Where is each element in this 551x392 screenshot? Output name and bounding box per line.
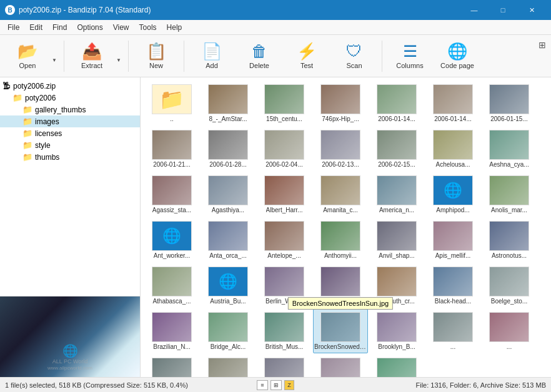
toolbar-scan-button[interactable]: 🛡Scan: [332, 38, 377, 74]
file-content-area[interactable]: 📁..8_-_AmStar...15th_centu...746px-Hip_.…: [141, 77, 551, 377]
file-item[interactable]: 8_-_AmStar...: [201, 81, 256, 125]
toolbar-grid-icon[interactable]: ⊞: [539, 40, 546, 50]
file-item[interactable]: ...: [257, 355, 312, 377]
file-item[interactable]: Anolis_mar...: [482, 172, 537, 217]
file-item[interactable]: Agassiz_sta...: [144, 172, 199, 217]
file-item[interactable]: 🌐Ant_worker...: [144, 218, 199, 262]
file-item[interactable]: ...: [313, 355, 368, 377]
toolbar-extract-button[interactable]: 📤Extract: [69, 38, 114, 74]
file-thumbnail: [489, 312, 529, 342]
file-thumbnail: [264, 312, 304, 342]
tree-item-thumbs[interactable]: 📁thumbs: [0, 151, 140, 163]
tree-item-style[interactable]: 📁style: [0, 139, 140, 151]
file-item[interactable]: Aeshna_cya...: [482, 127, 537, 171]
file-item[interactable]: Berlin_Worl...: [257, 263, 312, 308]
file-item[interactable]: Antelope_...: [257, 218, 312, 262]
file-item[interactable]: Boelge_sto...: [482, 263, 537, 308]
close-button[interactable]: ✕: [517, 0, 546, 20]
file-item[interactable]: 15th_centu...: [257, 81, 312, 125]
file-name: Agassiz_sta...: [152, 207, 191, 213]
file-item[interactable]: 2006-01-14...: [425, 81, 480, 125]
toolbar-new-button[interactable]: 📋New: [134, 38, 179, 74]
menu-item-view[interactable]: View: [108, 22, 134, 33]
tree-item-images[interactable]: 📁images: [0, 115, 140, 127]
file-item[interactable]: Achelоusa...: [425, 127, 480, 171]
status-icon-grid[interactable]: ⊞: [271, 380, 282, 390]
file-item[interactable]: Athabasca_...: [144, 263, 199, 308]
file-item[interactable]: 2006-02-15...: [369, 127, 424, 171]
file-item[interactable]: Anta_orca_...: [201, 218, 256, 262]
tree-item-poty2006[interactable]: 📁poty2006: [0, 92, 140, 104]
toolbar-codepage-button[interactable]: 🌐Code page: [435, 38, 480, 74]
toolbar-open-button[interactable]: 📂Open: [5, 38, 50, 74]
file-thumbnail: 🌐: [152, 221, 192, 251]
file-name: 2006-01-15...: [490, 115, 528, 122]
toolbar-open-group: 📂Open▼: [5, 38, 59, 74]
file-thumbnail: 🌐: [433, 175, 473, 205]
toolbar-columns-button[interactable]: ☰Columns: [387, 38, 432, 74]
file-item[interactable]: Bill_Thom...: [313, 263, 368, 308]
file-item[interactable]: ...: [144, 355, 199, 377]
file-item[interactable]: Albert_Harr...: [257, 172, 312, 217]
file-item[interactable]: ...: [201, 355, 256, 377]
file-item[interactable]: Agasthiya...: [201, 172, 256, 217]
tree-item-licenses[interactable]: 📁licenses: [0, 127, 140, 139]
file-item[interactable]: Black-head...: [425, 263, 480, 308]
extract-dropdown-arrow[interactable]: ▼: [114, 38, 123, 74]
file-item[interactable]: BrockenSnowedTreesInSun.jpgBrockenSnowed…: [313, 309, 368, 353]
toolbar: ⊞📂Open▼📤Extract▼📋New📄Add🗑Delete⚡Test🛡Sca…: [0, 35, 551, 77]
file-thumbnail: 🌐: [208, 267, 248, 296]
menu-item-edit[interactable]: Edit: [24, 22, 47, 33]
menu-item-options[interactable]: Options: [72, 22, 107, 33]
file-name: Amphipod...: [436, 207, 469, 213]
toolbar-test-button[interactable]: ⚡Test: [284, 38, 329, 74]
file-thumbnail: [320, 312, 360, 342]
file-item[interactable]: Apis_mellif...: [425, 218, 480, 262]
toolbar-add-button[interactable]: 📄Add: [189, 38, 234, 74]
file-item[interactable]: Astronotus...: [482, 218, 537, 262]
maximize-button[interactable]: □: [489, 0, 517, 20]
file-thumbnail: [152, 312, 192, 342]
file-name: Brazilian_N...: [153, 343, 190, 350]
file-item[interactable]: Brooklyn_B...: [369, 309, 424, 353]
file-item[interactable]: ...: [482, 309, 537, 353]
menu-item-file[interactable]: File: [2, 22, 24, 33]
file-item[interactable]: Brazilian_N...: [144, 309, 199, 353]
file-item[interactable]: 🌐Austria_Bu...: [201, 263, 256, 308]
file-item[interactable]: Anthomyii...: [313, 218, 368, 262]
file-item[interactable]: British_Mus...: [257, 309, 312, 353]
file-item[interactable]: 📁..: [144, 81, 199, 125]
file-item[interactable]: 2006-02-04...: [257, 127, 312, 171]
tree-item-zip-root[interactable]: 🗜poty2006.zip: [0, 80, 140, 92]
file-thumbnail: [489, 221, 529, 251]
tree-label-thumbs: thumbs: [35, 153, 59, 162]
menu-item-tools[interactable]: Tools: [134, 22, 162, 33]
file-item[interactable]: 2006-01-21...: [144, 127, 199, 171]
file-thumbnail: [377, 175, 417, 205]
tree-item-gallery_thumbs[interactable]: 📁gallery_thumbs: [0, 104, 140, 115]
toolbar-delete-button[interactable]: 🗑Delete: [237, 38, 282, 74]
file-item[interactable]: 2006-01-15...: [482, 81, 537, 125]
file-thumbnail: [433, 312, 473, 342]
file-name: Anolis_mar...: [491, 207, 527, 213]
file-item[interactable]: America_n...: [369, 172, 424, 217]
file-thumbnail: [208, 312, 248, 342]
file-item[interactable]: ...: [369, 355, 424, 377]
file-item[interactable]: 746px-Hip_...: [313, 81, 368, 125]
menu-item-find[interactable]: Find: [47, 22, 72, 33]
status-icon-list[interactable]: ≡: [257, 380, 268, 390]
tree-label-licenses: licenses: [35, 129, 62, 138]
menu-item-help[interactable]: Help: [162, 22, 187, 33]
minimize-button[interactable]: —: [460, 0, 489, 20]
file-item[interactable]: 2006-01-28...: [201, 127, 256, 171]
file-item[interactable]: Amanita_c...: [313, 172, 368, 217]
open-dropdown-arrow[interactable]: ▼: [50, 38, 59, 74]
file-item[interactable]: Bridge_Alc...: [201, 309, 256, 353]
file-item[interactable]: 2006-01-14...: [369, 81, 424, 125]
file-item[interactable]: ...: [425, 309, 480, 353]
file-item[interactable]: 🌐Amphipod...: [425, 172, 480, 217]
file-item[interactable]: Bismuth_cr...: [369, 263, 424, 308]
file-name: Achelоusa...: [435, 161, 470, 168]
file-item[interactable]: 2006-02-13...: [313, 127, 368, 171]
file-item[interactable]: Anvil_shap...: [369, 218, 424, 262]
